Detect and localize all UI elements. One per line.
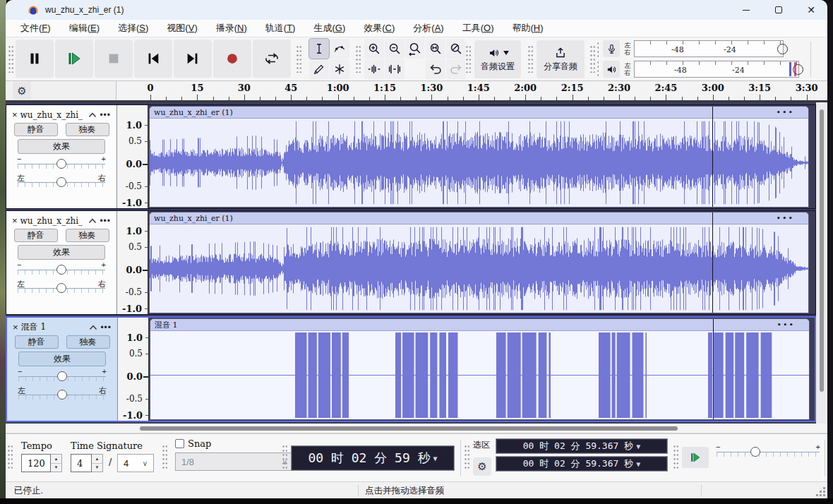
edit-toolbar-grip[interactable] — [356, 46, 361, 73]
track-close-button[interactable]: × — [13, 323, 18, 332]
menu-item-O[interactable]: 工具(O) — [453, 20, 503, 37]
clip-header[interactable]: wu_zhu_x_zhi_er (1) ••• — [150, 107, 808, 119]
waveform-canvas[interactable] — [150, 224, 808, 313]
selection-toolbar-grip[interactable] — [465, 445, 469, 471]
tempo-spinner[interactable]: ▲▼ — [51, 454, 62, 472]
gain-slider[interactable]: − + — [17, 155, 106, 172]
timesig-spinner[interactable]: ▲▼ — [92, 454, 103, 472]
pan-slider-thumb[interactable] — [56, 283, 66, 293]
pause-button[interactable] — [16, 40, 54, 78]
audio-clip[interactable]: 混音 1 ••• — [150, 318, 810, 420]
waveform-canvas[interactable] — [150, 331, 809, 419]
menu-item-G[interactable]: 生成(G) — [304, 20, 354, 37]
pan-slider-thumb[interactable] — [56, 177, 66, 187]
undo-button[interactable] — [426, 59, 445, 79]
clip-zone[interactable]: wu_zhu_x_zhi_er (1) ••• — [149, 105, 815, 208]
gain-slider-thumb[interactable] — [56, 159, 66, 169]
track-name[interactable]: 混音 1 — [21, 321, 87, 333]
playback-meter[interactable]: -48 -24 — [634, 61, 799, 78]
time-toolbar-grip[interactable] — [8, 445, 13, 471]
track-menu-button[interactable]: ••• — [100, 110, 111, 120]
tempo-input[interactable]: 120 — [21, 454, 51, 472]
redo-button[interactable] — [446, 59, 466, 79]
play-button[interactable] — [55, 40, 93, 78]
meter-toolbar-grip[interactable] — [590, 46, 595, 73]
collapse-chevron-icon[interactable] — [88, 218, 97, 224]
timeline-ruler[interactable]: ⚙ 01530451:001:151:301:452:002:152:302:4… — [6, 81, 827, 102]
menu-item-E[interactable]: 编辑(E) — [60, 20, 109, 37]
gain-slider[interactable]: − + — [17, 260, 106, 278]
silence-selection-button[interactable] — [385, 59, 404, 79]
playback-volume-thumb[interactable] — [793, 64, 803, 75]
menu-item-N[interactable]: 播录(N) — [207, 20, 256, 37]
selection-tool-button[interactable] — [309, 39, 329, 59]
minimize-button[interactable]: ─ — [730, 0, 762, 20]
vertical-scrollbar-thumb[interactable] — [820, 109, 824, 392]
window-resize-grip[interactable] — [823, 494, 825, 496]
pan-slider[interactable]: 左 右 — [17, 279, 106, 296]
clip-menu-button[interactable]: ••• — [777, 214, 794, 223]
draw-tool-button[interactable] — [309, 59, 329, 79]
gain-slider-thumb[interactable] — [56, 265, 66, 275]
amplitude-ruler[interactable]: 1.00.50.0-0.5-1.0 — [117, 211, 149, 314]
clip-menu-button[interactable]: ••• — [777, 320, 795, 330]
recording-volume-thumb[interactable] — [777, 44, 788, 54]
horizontal-scrollbar-thumb[interactable] — [140, 426, 678, 431]
menu-item-A[interactable]: 分析(A) — [404, 20, 453, 37]
track-close-button[interactable]: × — [12, 111, 18, 119]
effects-button[interactable]: 效果 — [18, 352, 106, 366]
recording-meter[interactable]: -48 -24 — [634, 40, 784, 57]
multi-tool-button[interactable] — [330, 59, 349, 79]
audio-clip[interactable]: wu_zhu_x_zhi_er (1) ••• — [149, 106, 809, 208]
snap-toolbar-grip[interactable] — [162, 445, 167, 471]
selection-settings-button[interactable]: ⚙ — [473, 457, 491, 476]
amplitude-ruler[interactable]: 1.00.50.0-0.5-1.0 — [118, 318, 150, 421]
record-meter-button[interactable] — [603, 40, 620, 57]
fit-project-button[interactable] — [426, 39, 445, 59]
amplitude-ruler[interactable]: 1.00.50.0-0.5-1.0 — [117, 105, 149, 208]
selection-end-display[interactable]: 00 时 02 分 59.367 秒▼ — [496, 456, 668, 472]
zoom-in-button[interactable] — [364, 39, 384, 59]
mute-button[interactable]: 静音 — [14, 123, 58, 136]
gain-slider[interactable]: − + — [18, 367, 107, 385]
stop-button[interactable] — [95, 40, 133, 78]
playback-meter-grip[interactable] — [597, 61, 600, 77]
solo-button[interactable]: 独奏 — [66, 123, 109, 136]
menu-item-T[interactable]: 轨道(T) — [256, 20, 305, 37]
audio-setup-grip[interactable] — [466, 46, 471, 73]
pan-slider-thumb[interactable] — [57, 390, 67, 400]
menu-item-F[interactable]: 文件(F) — [11, 20, 60, 37]
pan-slider[interactable]: 左 右 — [17, 173, 106, 191]
record-button[interactable] — [213, 40, 251, 78]
clip-zone[interactable]: 混音 1 ••• — [150, 318, 815, 421]
waveform-canvas[interactable] — [150, 119, 808, 207]
audio-setup-button[interactable]: 音频设置 — [474, 40, 521, 78]
zoom-out-button[interactable] — [385, 39, 404, 59]
loop-button[interactable] — [253, 40, 291, 78]
playback-position-display[interactable]: 00 时 02 分 59 秒▼ — [291, 445, 455, 471]
skip-to-start-button[interactable] — [134, 40, 172, 78]
skip-to-end-button[interactable] — [174, 40, 212, 78]
timeline-gear-button[interactable]: ⚙ — [13, 82, 31, 100]
envelope-tool-button[interactable] — [330, 39, 349, 59]
playback-meter-button[interactable] — [603, 61, 620, 78]
collapse-chevron-icon[interactable] — [89, 325, 97, 330]
clip-zone[interactable]: wu_zhu_x_zhi_er (1) ••• — [149, 211, 815, 314]
track-name[interactable]: wu_zhu_x_zhi_ — [20, 216, 86, 226]
timecode-grip[interactable] — [282, 445, 287, 471]
menu-item-V[interactable]: 视图(V) — [157, 20, 206, 37]
snap-select[interactable]: 1/8∨ — [175, 452, 294, 471]
clip-menu-button[interactable]: ••• — [777, 108, 794, 117]
clip-body[interactable] — [150, 119, 808, 207]
track-name[interactable]: wu_zhu_x_zhi_ — [20, 110, 86, 120]
clip-body[interactable] — [150, 224, 808, 313]
tools-toolbar-grip[interactable] — [296, 46, 301, 73]
clip-header[interactable]: 混音 1 ••• — [150, 319, 809, 331]
solo-button[interactable]: 独奏 — [66, 335, 110, 349]
collapse-chevron-icon[interactable] — [88, 112, 97, 118]
play-at-speed-button[interactable] — [682, 447, 709, 468]
pan-slider[interactable]: 左 右 — [18, 385, 107, 403]
playback-speed-slider[interactable]: −+ — [716, 443, 820, 460]
record-meter-grip[interactable] — [597, 42, 600, 58]
trim-outside-selection-button[interactable] — [364, 59, 384, 79]
